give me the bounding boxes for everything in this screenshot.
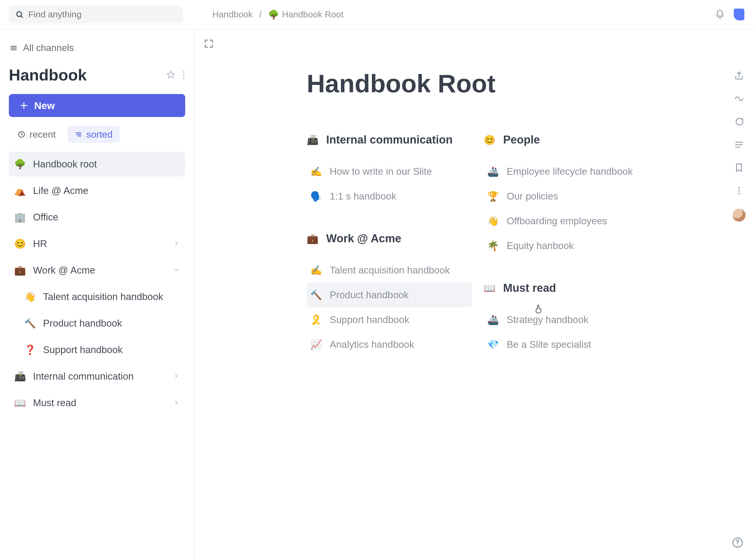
breadcrumb-page[interactable]: 🌳 Handbook Root: [268, 9, 343, 20]
doc-link[interactable]: 👋Offboarding employees: [484, 209, 649, 234]
doc-label: Employee lifecycle handbook: [507, 166, 633, 177]
tree-item-emoji: 🌳: [14, 159, 26, 170]
svg-point-17: [738, 187, 740, 188]
doc-link[interactable]: 🔨Product handbook: [307, 283, 472, 307]
tree-item-label: HR: [33, 238, 47, 249]
star-icon[interactable]: [166, 70, 176, 80]
tree-item[interactable]: 🏢Office: [9, 205, 185, 229]
page-title: Handbook Root: [307, 69, 737, 98]
svg-point-7: [183, 77, 185, 79]
tree-item[interactable]: ❓Support handbook: [9, 338, 185, 362]
all-channels-link[interactable]: All channels: [9, 42, 185, 53]
doc-link[interactable]: 🎗️Support handbook: [307, 307, 472, 332]
doc-label: Our policies: [507, 191, 558, 202]
more-vertical-icon[interactable]: [738, 186, 740, 196]
outline-icon[interactable]: [734, 140, 744, 150]
section-heading[interactable]: 💼Work @ Acme: [307, 232, 472, 245]
tree-chevron[interactable]: [173, 238, 180, 249]
filter-sorted[interactable]: sorted: [67, 126, 120, 143]
share-icon[interactable]: [734, 71, 744, 81]
tree-item-emoji: ❓: [24, 344, 36, 356]
tree-chevron[interactable]: [173, 371, 180, 382]
expand-icon: [204, 38, 214, 49]
svg-point-5: [183, 71, 185, 73]
app-logo[interactable]: [734, 8, 744, 20]
tree-item-label: Must read: [33, 397, 76, 408]
chevron-down-icon: [173, 266, 180, 274]
doc-label: Support handbook: [330, 314, 409, 325]
doc-label: Product handbook: [330, 289, 409, 301]
tree-item[interactable]: ⛺Life @ Acme: [9, 178, 185, 203]
tree-item-label: Product handbook: [43, 318, 122, 329]
search-input[interactable]: [28, 9, 176, 19]
channel-header: Handbook: [9, 66, 185, 84]
doc-link[interactable]: 💎Be a Slite specialist: [484, 332, 649, 357]
section-title: Work @ Acme: [326, 232, 401, 245]
doc-label: Talent acquisition handbook: [330, 265, 450, 276]
tree-item-emoji: 🔨: [24, 318, 36, 329]
chevron-right-icon: [173, 399, 180, 406]
tree-chevron[interactable]: [173, 265, 180, 276]
svg-point-6: [183, 74, 185, 76]
doc-link[interactable]: 🌴Equity hanbook: [484, 234, 649, 258]
breadcrumb-emoji: 🌳: [268, 9, 279, 20]
tree-item[interactable]: 🔨Product handbook: [9, 311, 185, 336]
search-box[interactable]: [9, 6, 183, 23]
section-emoji: 😊: [484, 134, 495, 146]
doc-link[interactable]: 🚢Strategy handbook: [484, 307, 649, 332]
search-icon: [15, 10, 24, 19]
bell-icon[interactable]: [715, 9, 725, 19]
section-heading[interactable]: 📠Internal communication: [307, 134, 472, 146]
plus-icon: [19, 101, 28, 110]
expand-button[interactable]: [204, 38, 214, 50]
breadcrumb-separator: /: [259, 9, 262, 19]
tree-item[interactable]: 📖Must read: [9, 391, 185, 415]
tree-item-emoji: 📠: [14, 371, 26, 382]
section-emoji: 💼: [307, 233, 318, 244]
section: 📖Must read🚢Strategy handbook💎Be a Slite …: [484, 282, 649, 357]
tree-item[interactable]: 😊HR: [9, 232, 185, 256]
content-column-right: 😊People🚢Employee lifecycle handbook🏆Our …: [484, 134, 649, 380]
tree-item[interactable]: 👋Talent acquisition handbook: [9, 284, 185, 309]
filter-recent-label: recent: [30, 129, 56, 140]
breadcrumb-root[interactable]: Handbook: [212, 9, 253, 19]
bookmark-icon[interactable]: [734, 163, 744, 173]
tree-item-label: Internal communication: [33, 371, 134, 382]
breadcrumb: Handbook / 🌳 Handbook Root: [212, 9, 344, 20]
topbar: Handbook / 🌳 Handbook Root: [0, 0, 755, 29]
more-vertical-icon[interactable]: [182, 70, 185, 80]
activity-icon[interactable]: [734, 94, 744, 104]
filter-recent[interactable]: recent: [11, 126, 63, 143]
tree-item-emoji: 😊: [14, 238, 26, 249]
doc-link[interactable]: 🗣️1:1 s handbook: [307, 184, 472, 209]
chevron-right-icon: [173, 240, 180, 247]
tree-chevron[interactable]: [173, 397, 180, 408]
avatar[interactable]: [733, 209, 746, 222]
tree-item-emoji: 🏢: [14, 212, 26, 223]
tree-item-label: Office: [33, 212, 58, 223]
doc-emoji: 📈: [310, 339, 322, 350]
tree-item-emoji: 📖: [14, 397, 26, 408]
doc-label: Equity hanbook: [507, 240, 574, 252]
comments-icon[interactable]: [734, 117, 744, 127]
new-button[interactable]: New: [9, 94, 185, 117]
svg-point-19: [738, 193, 740, 195]
doc-link[interactable]: ✍️Talent acquisition handbook: [307, 258, 472, 283]
section-heading[interactable]: 📖Must read: [484, 282, 649, 295]
tree-item[interactable]: 📠Internal communication: [9, 364, 185, 389]
sort-icon: [75, 131, 82, 138]
section-heading[interactable]: 😊People: [484, 134, 649, 146]
doc-label: How to write in our Slite: [330, 166, 432, 177]
doc-emoji: ✍️: [310, 166, 322, 177]
doc-label: Be a Slite specialist: [507, 339, 591, 350]
tree-item[interactable]: 💼Work @ Acme: [9, 258, 185, 283]
doc-link[interactable]: 🚢Employee lifecycle handbook: [484, 159, 649, 184]
doc-link[interactable]: 📈Analytics handbook: [307, 332, 472, 357]
tree-item-label: Handbook root: [33, 159, 97, 170]
doc-emoji: 🔨: [310, 289, 322, 301]
doc-link[interactable]: ✍️How to write in our Slite: [307, 159, 472, 184]
doc-link[interactable]: 🏆Our policies: [484, 184, 649, 209]
doc-emoji: 🗣️: [310, 191, 322, 202]
tree-item[interactable]: 🌳Handbook root: [9, 152, 185, 177]
help-icon[interactable]: [732, 537, 743, 548]
